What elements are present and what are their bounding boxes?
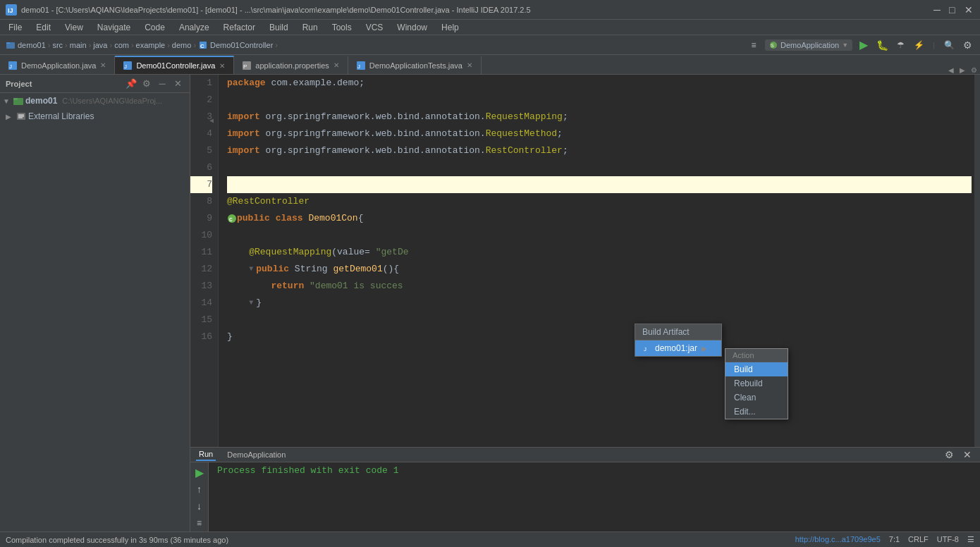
- tree-item-external-libraries[interactable]: ▶ External Libraries: [0, 109, 190, 124]
- line-numbers: 1 2 3 ◀ 4 5 6 7 8 9 10 11 12: [190, 75, 219, 447]
- run-panel-close[interactable]: ✕: [960, 448, 974, 462]
- menu-vcs[interactable]: VCS: [360, 21, 389, 34]
- line-num-13: 13: [190, 278, 212, 295]
- run-tab-demo-application[interactable]: DemoApplication: [224, 449, 288, 460]
- structure-button[interactable]: ≡: [747, 38, 761, 52]
- vertical-scrollbar[interactable]: [974, 75, 980, 447]
- tree-item-demo01[interactable]: ▼ demo01 C:\Users\AQIANG\IdeaProj...: [0, 93, 190, 109]
- status-bar: Compilation completed successfully in 3s…: [0, 531, 980, 547]
- svg-text:P: P: [243, 63, 247, 70]
- svg-text:S: S: [771, 43, 774, 48]
- jar-icon: J: [642, 344, 651, 352]
- run-output-text: Process finished with exit code 1: [217, 465, 972, 476]
- code-line-12: ▼ public String getDemo01(){: [227, 261, 972, 278]
- code-line-8: @RestController: [227, 193, 972, 210]
- fold-marker-3[interactable]: ◀: [209, 113, 214, 130]
- menu-run[interactable]: Run: [297, 21, 324, 34]
- run-button[interactable]: ▶: [857, 38, 871, 52]
- scroll-tabs-left[interactable]: ◀: [945, 66, 957, 74]
- tab-close-application-properties[interactable]: ✕: [333, 61, 339, 69]
- code-area[interactable]: package com.example.demo; import org.spr…: [219, 75, 980, 447]
- run-panel-tabs: Run DemoApplication ⚙ ✕: [190, 448, 980, 462]
- code-line-13: return "demo01 is succes: [227, 278, 972, 295]
- line-num-14: 14: [190, 295, 212, 312]
- coverage-button[interactable]: ☂: [893, 38, 907, 52]
- sidebar-title: Project: [6, 80, 122, 88]
- menu-file[interactable]: File: [3, 21, 27, 34]
- sidebar-pin-button[interactable]: 📌: [125, 78, 137, 90]
- tab-close-demo01-controller[interactable]: ✕: [219, 62, 225, 70]
- svg-rect-3: [6, 42, 10, 44]
- tree-label-external-libraries: External Libraries: [28, 111, 94, 121]
- breadcrumb-example[interactable]: example: [136, 41, 166, 49]
- run-config-label: DemoApplication: [780, 41, 839, 49]
- debug-button[interactable]: 🐛: [875, 38, 889, 52]
- menu-tools[interactable]: Tools: [326, 21, 357, 34]
- sidebar-settings-button[interactable]: ⚙: [140, 78, 153, 90]
- tab-label-demo-application: DemoApplication.java: [21, 61, 96, 70]
- action-item-build[interactable]: Build: [725, 362, 788, 376]
- menu-edit[interactable]: Edit: [30, 21, 56, 34]
- tab-label-application-properties: application.properties: [255, 61, 329, 70]
- run-scroll-down-button[interactable]: ↓: [192, 499, 207, 513]
- menu-view[interactable]: View: [59, 21, 89, 34]
- menu-help[interactable]: Help: [436, 21, 465, 34]
- menu-build[interactable]: Build: [264, 21, 294, 34]
- line-num-8: 8: [190, 193, 212, 210]
- breadcrumb-src[interactable]: src: [52, 41, 63, 49]
- fold-marker-14[interactable]: ▼: [249, 295, 253, 312]
- scroll-tabs-right[interactable]: ▶: [957, 66, 968, 74]
- status-line-sep[interactable]: CRLF: [908, 535, 929, 544]
- run-filter-button[interactable]: ≡: [192, 516, 207, 530]
- status-position[interactable]: 7:1: [889, 535, 900, 544]
- java-file-icon: J: [8, 61, 17, 70]
- breadcrumb-bar: demo01 › src › main › java › com › examp…: [0, 35, 980, 55]
- breadcrumb-com[interactable]: com: [114, 41, 129, 49]
- run-start-button[interactable]: ▶: [192, 465, 207, 479]
- breadcrumb-demo-folder[interactable]: demo: [172, 41, 192, 49]
- title-text: demo01 - [C:\Users\AQIANG\IdeaProjects\d…: [21, 6, 531, 14]
- menu-refactor[interactable]: Refactor: [218, 21, 261, 34]
- settings-button[interactable]: ⚙: [960, 38, 974, 52]
- search-everywhere-button[interactable]: 🔍: [942, 38, 956, 52]
- breadcrumb-demo01[interactable]: demo01: [18, 41, 46, 49]
- popup-item-demo01-jar[interactable]: J demo01:jar ▶: [635, 340, 721, 356]
- menu-navigate[interactable]: Navigate: [92, 21, 136, 34]
- tabs-settings[interactable]: ⚙: [968, 66, 980, 74]
- minimize-button[interactable]: ─: [933, 5, 943, 15]
- menu-analyze[interactable]: Analyze: [173, 21, 215, 34]
- menu-bar: File Edit View Navigate Code Analyze Ref…: [0, 20, 980, 35]
- code-line-7: [227, 176, 972, 193]
- status-encoding[interactable]: UTF-8: [937, 535, 959, 544]
- run-config-button[interactable]: ⚡: [912, 38, 926, 52]
- breadcrumb-java[interactable]: java: [93, 41, 107, 49]
- tab-close-demo-application[interactable]: ✕: [100, 61, 106, 69]
- menu-code[interactable]: Code: [139, 21, 171, 34]
- status-column-selection[interactable]: ☰: [967, 535, 974, 544]
- maximize-button[interactable]: □: [949, 5, 959, 15]
- run-panel: Run DemoApplication ⚙ ✕ ▶ ↑ ↓ ≡: [190, 447, 980, 531]
- run-panel-settings[interactable]: ⚙: [942, 448, 956, 462]
- action-item-rebuild[interactable]: Rebuild: [725, 376, 788, 391]
- run-content: ▶ ↑ ↓ ≡ ⏎ Process finished with exit cod…: [190, 462, 980, 531]
- tabs-bar: J DemoApplication.java ✕ J Demo01Control…: [0, 55, 980, 75]
- tab-application-properties[interactable]: P application.properties ✕: [234, 56, 348, 74]
- tab-demo-application-tests[interactable]: J DemoApplicationTests.java ✕: [348, 56, 482, 74]
- fold-marker-12[interactable]: ▼: [249, 261, 253, 278]
- sidebar-collapse-button[interactable]: ─: [156, 78, 169, 90]
- tab-demo-application[interactable]: J DemoApplication.java ✕: [0, 56, 115, 74]
- breadcrumb-controller[interactable]: Demo01Controller: [210, 41, 273, 49]
- breadcrumb-main[interactable]: main: [70, 41, 87, 49]
- sidebar-close-button[interactable]: ✕: [171, 78, 184, 90]
- menu-window[interactable]: Window: [391, 21, 433, 34]
- action-item-clean[interactable]: Clean: [725, 391, 788, 405]
- tab-close-demo-application-tests[interactable]: ✕: [467, 61, 472, 69]
- build-artifact-header: Build Artifact: [635, 324, 721, 340]
- close-button[interactable]: ✕: [964, 5, 974, 15]
- run-tab-run[interactable]: Run: [196, 448, 216, 461]
- action-item-edit[interactable]: Edit...: [725, 405, 788, 419]
- editor-content[interactable]: 1 2 3 ◀ 4 5 6 7 8 9 10 11 12: [190, 75, 980, 447]
- run-scroll-up-button[interactable]: ↑: [192, 482, 207, 496]
- tab-demo01-controller[interactable]: J Demo01Controller.java ✕: [115, 56, 234, 74]
- run-configuration[interactable]: S DemoApplication ▼: [765, 39, 852, 51]
